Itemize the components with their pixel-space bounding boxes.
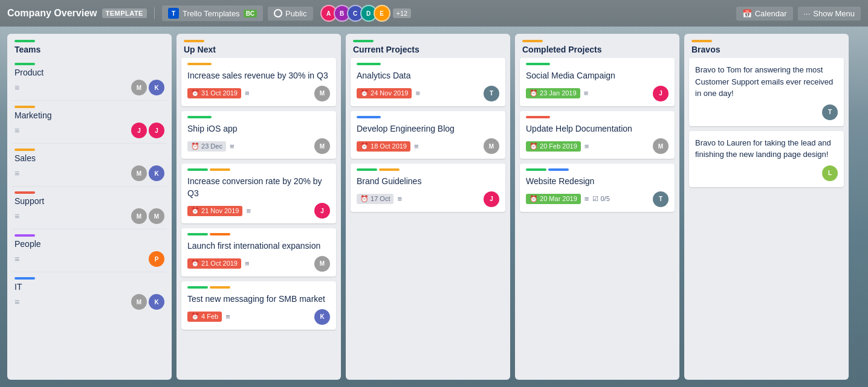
avatar[interactable]: J <box>131 123 147 138</box>
team-item[interactable]: Support≡MM <box>12 187 167 229</box>
column-color-bar <box>353 40 374 42</box>
team-color-bar <box>15 277 35 280</box>
avatar[interactable]: M <box>131 294 147 310</box>
date-badge: ⏰ 31 Oct 2019 <box>187 88 241 98</box>
card[interactable]: Launch first international expansion⏰ 21… <box>181 228 336 277</box>
avatar[interactable]: M <box>131 80 147 95</box>
calendar-button[interactable]: 📅 Calendar <box>736 7 793 21</box>
card-color-bar-item <box>548 168 569 171</box>
team-item[interactable]: Product≡MK <box>12 58 167 101</box>
card-avatars: M <box>314 256 330 272</box>
card[interactable]: Test new messaging for SMB market⏰ 4 Feb… <box>181 281 336 330</box>
card[interactable]: Increase sales revenue by 30% in Q3⏰ 31 … <box>181 58 336 106</box>
desc-icon: ≡ <box>246 206 251 216</box>
avatar[interactable]: T <box>484 86 499 101</box>
card-avatars: J <box>314 203 330 219</box>
card[interactable]: Update Help Documentation⏰ 20 Feb 2019≡M <box>520 111 675 159</box>
avatar[interactable]: M <box>314 256 330 272</box>
card[interactable]: Website Redesign⏰ 20 Mar 2019≡☑ 0/5T <box>520 164 675 212</box>
avatar[interactable]: M <box>314 138 330 154</box>
card-meta: ⏰ 18 Oct 2019≡ <box>357 141 419 152</box>
team-item[interactable]: Marketing≡JJ <box>12 101 167 144</box>
column-color-bar <box>15 40 35 42</box>
desc-icon: ≡ <box>414 142 419 151</box>
date-badge: ⏰ 23 Jan 2019 <box>526 88 580 98</box>
avatar[interactable]: M <box>131 208 147 224</box>
column-teams: TeamsProduct≡MKMarketing≡JJSales≡MKSuppo… <box>7 34 172 380</box>
card[interactable]: Ship iOS app⏰ 23 Dec≡M <box>181 111 336 159</box>
members-avatars[interactable]: A B C D E +12 <box>320 5 412 22</box>
visibility-button[interactable]: Public <box>268 7 313 21</box>
team-item[interactable]: Sales≡MK <box>12 144 167 187</box>
team-footer: ≡MK <box>15 165 164 181</box>
avatar[interactable]: J <box>484 191 499 207</box>
card[interactable]: Brand Guidelines⏰ 17 Oct≡J <box>351 164 505 212</box>
avatar[interactable]: M <box>653 138 669 154</box>
card-color-bar <box>187 116 212 118</box>
column-body-current-projects: Analytics Data⏰ 24 Nov 2019≡TDevelop Eng… <box>346 58 510 380</box>
card[interactable]: Analytics Data⏰ 24 Nov 2019≡T <box>351 58 505 106</box>
team-item[interactable]: IT≡MK <box>12 272 167 315</box>
desc-icon: ≡ <box>397 194 402 203</box>
column-completed-projects: Completed ProjectsSocial Media Campaign⏰… <box>515 34 679 380</box>
avatar[interactable]: K <box>149 165 164 181</box>
column-header-up-next: Up Next <box>177 34 341 58</box>
team-footer: ≡MK <box>15 294 164 310</box>
avatar[interactable]: K <box>149 294 164 310</box>
header: Company Overview TEMPLATE T Trello Templ… <box>0 0 868 27</box>
bravos-card[interactable]: Bravo to Lauren for taking the lead and … <box>689 131 844 187</box>
team-item[interactable]: People≡P <box>12 229 167 272</box>
team-color-bar <box>15 191 35 194</box>
avatar[interactable]: E <box>374 5 390 22</box>
desc-icon: ≡ <box>245 89 250 98</box>
trello-icon: T <box>168 8 179 19</box>
avatar[interactable]: K <box>149 80 164 95</box>
avatar[interactable]: J <box>149 123 164 138</box>
card-footer: ⏰ 18 Oct 2019≡M <box>357 138 499 154</box>
card-color-bars <box>526 168 669 171</box>
card-footer: ⏰ 23 Dec≡M <box>187 138 330 154</box>
avatar[interactable]: K <box>314 309 330 325</box>
template-badge: TEMPLATE <box>102 8 147 18</box>
bravos-card[interactable]: Bravo to Tom for answering the most Cust… <box>689 58 844 126</box>
team-color-bar <box>15 63 35 65</box>
team-footer: ≡P <box>15 251 164 267</box>
column-body-teams: Product≡MKMarketing≡JJSales≡MKSupport≡MM… <box>7 58 172 380</box>
column-header-completed-projects: Completed Projects <box>515 34 679 58</box>
desc-icon: ≡ <box>15 297 19 307</box>
team-label: Support <box>15 196 164 206</box>
avatar[interactable]: J <box>314 203 330 219</box>
avatar[interactable]: P <box>149 251 164 267</box>
avatar[interactable]: T <box>653 191 669 207</box>
card[interactable]: Develop Engineering Blog⏰ 18 Oct 2019≡M <box>351 111 505 159</box>
card[interactable]: Increase conversion rate by 20% by Q3⏰ 2… <box>181 164 336 223</box>
date-badge: ⏰ 21 Nov 2019 <box>187 206 242 216</box>
card-color-bar-item <box>379 168 400 171</box>
card-color-bar-item <box>210 286 230 289</box>
avatar[interactable]: J <box>653 86 669 101</box>
avatar[interactable]: T <box>822 104 838 120</box>
card-meta: ⏰ 31 Oct 2019≡ <box>187 88 250 98</box>
card-meta: ⏰ 21 Oct 2019≡ <box>187 258 250 269</box>
show-menu-button[interactable]: ··· Show Menu <box>798 7 861 21</box>
date-badge: ⏰ 21 Oct 2019 <box>187 258 241 269</box>
date-badge: ⏰ 20 Mar 2019 <box>526 194 581 204</box>
avatar[interactable]: M <box>484 138 499 154</box>
team-footer: ≡JJ <box>15 123 164 138</box>
column-title: Completed Projects <box>522 45 601 54</box>
column-title: Teams <box>15 45 40 54</box>
card-avatars: T <box>484 86 499 101</box>
column-title: Up Next <box>184 45 216 54</box>
column-color-bar <box>691 40 712 42</box>
avatar[interactable]: L <box>822 165 838 181</box>
avatar[interactable]: M <box>314 86 330 101</box>
avatar[interactable]: M <box>131 165 147 181</box>
workspace-name: Trello Templates <box>183 9 240 18</box>
workspace-button[interactable]: T Trello Templates BC <box>162 5 263 21</box>
column-bravos: BravosBravo to Tom for answering the mos… <box>684 34 849 380</box>
card[interactable]: Social Media Campaign⏰ 23 Jan 2019≡J <box>520 58 675 106</box>
team-label: Product <box>15 68 164 77</box>
date-badge: ⏰ 18 Oct 2019 <box>357 141 410 152</box>
column-title: Current Projects <box>353 45 419 54</box>
avatar[interactable]: M <box>149 208 164 224</box>
